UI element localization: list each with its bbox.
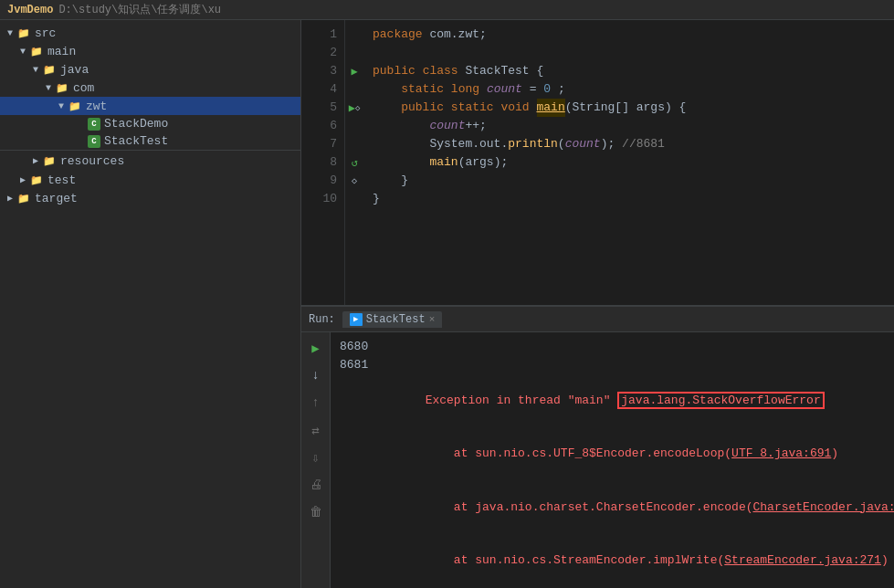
run-transfer-button[interactable]: ⇄ — [306, 420, 326, 440]
code-line-10: } — [373, 190, 885, 208]
arrow-icon: ▼ — [16, 47, 29, 57]
code-line-1: package com.zwt; — [373, 26, 885, 44]
sidebar-item-label: StackTest — [104, 134, 168, 148]
run-down-button[interactable]: ↓ — [306, 365, 326, 385]
sidebar-item-label: main — [47, 45, 76, 58]
sidebar-item-label: zwt — [86, 100, 107, 113]
sidebar-item-label: StackDemo — [104, 117, 168, 131]
sidebar-item-label: com — [73, 81, 94, 95]
arrow-icon: ▶ — [29, 155, 42, 166]
gutter-3[interactable]: ▶ — [345, 62, 363, 80]
sidebar-item-label: resources — [60, 154, 124, 168]
gutter-10 — [345, 190, 363, 208]
gutter-2 — [345, 44, 363, 62]
stack-link-1[interactable]: UTF_8.java:691 — [731, 446, 831, 460]
sidebar-item-target[interactable]: ▶ 📁 target — [0, 189, 300, 207]
top-bar: JvmDemo D:\study\知识点\任务调度\xu — [0, 0, 894, 20]
refresh-icon: ↺ — [351, 156, 357, 170]
debug-diamond-icon: ◇ — [352, 175, 357, 186]
line-num-9: 9 — [301, 172, 344, 190]
code-line-3: public class StackTest { — [373, 62, 885, 80]
code-content[interactable]: package com.zwt; public class StackTest … — [363, 20, 894, 305]
line-num-10: 10 — [301, 190, 344, 208]
sidebar-item-test[interactable]: ▶ 📁 test — [0, 171, 300, 189]
project-name: JvmDemo — [7, 4, 53, 16]
run-arrow-icon: ▶ — [349, 101, 355, 115]
run-output: 8680 8681 Exception in thread "main" jav… — [331, 332, 894, 588]
run-content-area: ▶ ↓ ↑ ⇄ ⇩ 🖨 🗑 8680 8681 Exception in thr… — [301, 332, 894, 588]
gutter-1 — [345, 26, 363, 44]
folder-icon: 📁 — [55, 80, 69, 95]
debug-icon: ◇ — [355, 103, 360, 113]
code-line-7: System.out.println(count); //8681 — [373, 135, 885, 153]
run-up-button[interactable]: ↑ — [306, 393, 326, 413]
gutter-7 — [345, 135, 363, 153]
output-line-8680: 8680 — [340, 338, 885, 356]
sidebar: ▼ 📁 src ▼ 📁 main ▼ 📁 java ▼ 📁 com — [0, 20, 301, 588]
sidebar-item-zwt[interactable]: ▼ 📁 zwt — [0, 97, 300, 115]
arrow-icon: ▼ — [4, 28, 16, 38]
arrow-icon: ▶ — [16, 174, 29, 185]
output-line-exception: Exception in thread "main" java.lang.Sta… — [340, 373, 885, 427]
gutter-4 — [345, 80, 363, 99]
class-icon: C — [88, 135, 100, 148]
run-tabs: Run: ▶ StackTest × — [301, 307, 894, 332]
line-num-5: 5 — [301, 99, 344, 117]
run-delete-button[interactable]: 🗑 — [306, 502, 326, 522]
folder-icon: 📁 — [16, 26, 31, 40]
code-editor: 1 2 3 4 5 6 7 8 9 10 ▶ ▶◇ ↺ ◇ — [301, 20, 894, 305]
sidebar-item-java[interactable]: ▼ 📁 java — [0, 60, 300, 79]
line-num-8: 8 — [301, 153, 344, 172]
folder-icon: 📁 — [68, 99, 82, 113]
sidebar-item-src[interactable]: ▼ 📁 src — [0, 24, 300, 42]
sidebar-item-label: java — [60, 63, 89, 77]
project-path: D:\study\知识点\任务调度\xu — [58, 2, 221, 17]
gutter-5[interactable]: ▶◇ — [345, 99, 363, 117]
sidebar-item-resources[interactable]: ▶ 📁 resources — [0, 150, 300, 171]
run-label: Run: — [309, 313, 335, 326]
output-line-stack-1: at sun.nio.cs.UTF_8$Encoder.encodeLoop(U… — [340, 427, 885, 481]
run-play-button[interactable]: ▶ — [306, 338, 326, 358]
arrow-icon: ▼ — [55, 101, 68, 111]
run-sidebar: ▶ ↓ ↑ ⇄ ⇩ 🖨 🗑 — [301, 332, 331, 588]
code-line-6: count++; — [373, 117, 885, 135]
line-num-4: 4 — [301, 80, 344, 99]
file-tree: ▼ 📁 src ▼ 📁 main ▼ 📁 java ▼ 📁 com — [0, 20, 300, 588]
sidebar-item-label: target — [35, 192, 78, 205]
sidebar-item-stackdemo[interactable]: C StackDemo — [0, 115, 300, 132]
line-num-2: 2 — [301, 44, 344, 62]
sidebar-item-label: test — [47, 173, 76, 187]
folder-icon: 📁 — [42, 153, 57, 168]
folder-yellow-icon: 📁 — [42, 62, 57, 77]
arrow-icon: ▶ — [4, 193, 16, 204]
sidebar-item-label: src — [35, 26, 56, 40]
code-line-8: main(args); — [373, 153, 885, 172]
gutter-8[interactable]: ↺ — [345, 153, 363, 172]
code-line-5: public static void main(String[] args) { — [373, 99, 885, 117]
sidebar-item-main[interactable]: ▼ 📁 main — [0, 42, 300, 60]
line-num-1: 1 — [301, 26, 344, 44]
run-download-button[interactable]: ⇩ — [306, 447, 326, 467]
sidebar-item-com[interactable]: ▼ 📁 com — [0, 79, 300, 97]
folder-icon: 📁 — [29, 173, 44, 187]
stack-overflow-error-highlight: java.lang.StackOverflowError — [617, 392, 824, 409]
class-icon: C — [88, 118, 100, 131]
gutter-6 — [345, 117, 363, 135]
stack-link-3[interactable]: StreamEncoder.java:271 — [724, 553, 881, 567]
output-line-stack-2: at java.nio.charset.CharsetEncoder.encod… — [340, 480, 885, 534]
output-line-8681: 8681 — [340, 356, 885, 374]
line-num-3: 3 — [301, 62, 344, 80]
run-print-button[interactable]: 🖨 — [306, 475, 326, 495]
main-area: ▼ 📁 src ▼ 📁 main ▼ 📁 java ▼ 📁 com — [0, 20, 894, 588]
gutter: ▶ ▶◇ ↺ ◇ — [345, 20, 363, 305]
gutter-9[interactable]: ◇ — [345, 172, 363, 190]
line-numbers: 1 2 3 4 5 6 7 8 9 10 — [301, 20, 345, 305]
run-tab-close-button[interactable]: × — [429, 314, 436, 325]
stack-link-2[interactable]: CharsetEncoder.java:579 — [752, 500, 894, 514]
line-num-7: 7 — [301, 135, 344, 153]
run-tab-label: StackTest — [366, 313, 426, 326]
run-panel: Run: ▶ StackTest × ▶ ↓ ↑ ⇄ ⇩ 🖨 🗑 — [301, 305, 894, 588]
sidebar-item-stacktest[interactable]: C StackTest — [0, 132, 300, 150]
arrow-icon: ▼ — [29, 65, 42, 75]
run-tab-stacktest[interactable]: ▶ StackTest × — [342, 311, 442, 328]
